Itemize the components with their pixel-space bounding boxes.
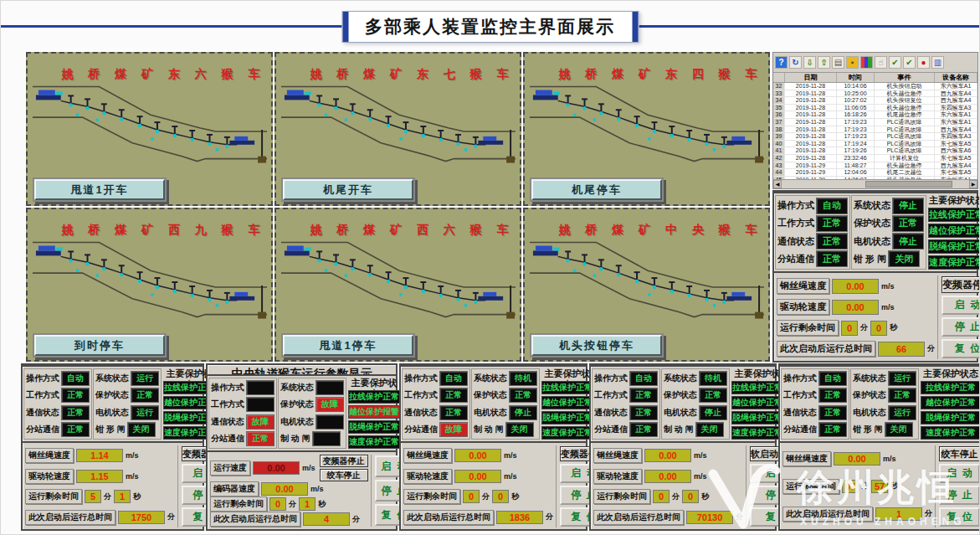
status-label: 操作方式 xyxy=(404,373,438,384)
param-status-column: 操作方式自动工作方式正常通信状态正常分站通信正常 xyxy=(23,368,92,440)
total-time-value: 1 xyxy=(875,507,922,521)
table-row[interactable]: 412019-11-2817:19:26PLC通讯故障西六猴车A6 xyxy=(773,147,977,155)
param-readouts: 钢丝绳速度1.14m/s驱动轮速度1.15m/s运行剩余时间5分1秒此次启动后运… xyxy=(25,445,175,527)
track-control-button[interactable]: 甩道1停车 xyxy=(283,335,413,356)
speed-label: 钢丝绳速度 xyxy=(777,278,829,294)
track-control-button[interactable]: 甩道1开车 xyxy=(34,179,165,200)
status-value: 运行 xyxy=(888,405,916,420)
status-label: 操作方式 xyxy=(594,373,628,384)
status-value: 正常 xyxy=(246,431,275,446)
table-row[interactable]: 432019-11-2911:48:27机头越位急停西九猴车A4 xyxy=(773,162,977,170)
table-cell-no: 32 xyxy=(773,83,785,90)
scroll-thumb[interactable] xyxy=(865,181,952,188)
speed-row: 驱动轮速度0.00m/s xyxy=(593,469,743,484)
remaining-minutes: 5 xyxy=(85,490,101,503)
table-row[interactable]: 342019-11-2810:27:02机头按钮复位西九猴车A4 xyxy=(773,97,977,105)
seconds-unit: 秒 xyxy=(318,499,326,510)
table-cell-event: 机头越位急停 xyxy=(875,162,935,169)
confirm-icon[interactable]: ✔ xyxy=(889,56,901,69)
copy-icon[interactable]: ▤ xyxy=(832,56,844,69)
lock-icon[interactable]: ▪ xyxy=(846,56,859,69)
table-cell-event: PLC通讯故障 xyxy=(875,119,935,126)
track-panel-title: 姚 桥 煤 矿 西 九 猴 车 xyxy=(61,223,266,238)
param-bottom-area: 钢丝绳速度0.00m/s驱动轮速度0.00m/s运行剩余时间0分0秒此次启动后运… xyxy=(401,443,586,530)
track-control-button[interactable]: 到时停车 xyxy=(34,335,165,356)
event-log-hscrollbar[interactable]: ◀ ▶ xyxy=(773,179,977,188)
track-control-button[interactable]: 机尾停车 xyxy=(531,179,662,200)
total-time-unit: 分 xyxy=(925,508,932,519)
import-icon[interactable]: ⇩ xyxy=(803,56,816,69)
table-cell-date: 2019-11-28 xyxy=(785,105,837,111)
drive-state-button[interactable]: 变频器停止 xyxy=(320,455,368,467)
remaining-seconds: 0 xyxy=(870,321,887,336)
table-row[interactable]: 422019-11-2823:32:46计算机复位东七猴车A5 xyxy=(773,155,977,162)
total-time-label: 此次启动后运行总时间 xyxy=(777,341,875,357)
total-time-label: 此次启动后运行总时间 xyxy=(403,510,494,525)
status-label: 制 动 闸 xyxy=(664,424,694,435)
title-accent-bar-right xyxy=(632,12,638,42)
protection-status: 越位保护正常 xyxy=(928,224,980,238)
reset-button[interactable]: 复 位 xyxy=(942,339,980,358)
stop-button[interactable]: 停 止 xyxy=(939,486,980,505)
table-row[interactable]: 442019-11-2912:04:06机尾二次越位东七猴车A5 xyxy=(773,169,977,177)
table-cell-time: 12:04:06 xyxy=(837,169,875,176)
status-label: 保护状态 xyxy=(854,217,890,229)
help-icon[interactable]: ? xyxy=(775,56,788,69)
status-row: 操作方式 xyxy=(211,380,275,395)
estop-icon[interactable]: ● xyxy=(917,56,930,69)
param-status-column: 操作方式自动工作方式正常通信状态正常分站通信故障 xyxy=(402,368,470,440)
chart-icon[interactable] xyxy=(860,56,873,69)
table-row[interactable]: 372019-11-2817:19:23PLC通讯故障东六猴车A1 xyxy=(773,119,977,126)
table-row[interactable]: 402019-11-2817:19:24PLC通讯故障东七猴车A5 xyxy=(773,141,977,148)
param-bottom-area: 钢丝绳速度1.14m/s驱动轮速度1.15m/s运行剩余时间5分1秒此次启动后运… xyxy=(23,443,203,530)
table-cell-no: 42 xyxy=(773,155,785,162)
table-row[interactable]: 392019-11-2817:19:23PLC通讯故障东四猴车A3 xyxy=(773,133,977,141)
total-time-row: 此次启动后运行总时间4分 xyxy=(210,512,368,527)
param-status-column: 系统状态待机保护状态正常电机状态停止制 动 闸关闭 xyxy=(471,368,540,440)
hand-icon[interactable]: ☝ xyxy=(875,56,887,69)
remaining-time-label: 运行剩余时间 xyxy=(782,479,839,494)
remaining-seconds: 0 xyxy=(492,490,509,503)
table-row[interactable]: 352019-11-2811:06:05机头越位急停东四猴车A3 xyxy=(773,105,977,112)
scroll-right-icon[interactable]: ▶ xyxy=(969,180,977,188)
scroll-left-icon[interactable]: ◀ xyxy=(773,180,782,188)
table-cell-event: 机头按钮复位 xyxy=(875,97,935,104)
track-panel: 姚 桥 煤 矿 西 九 猴 车到时停车 xyxy=(26,208,273,362)
status-row: 电机状态运行 xyxy=(95,405,159,420)
track-control-button[interactable]: 机头按钮停车 xyxy=(531,335,662,356)
speed-unit: m/s xyxy=(881,303,895,311)
status-value: 正常 xyxy=(629,422,658,437)
status-value: 正常 xyxy=(439,405,468,420)
drive-state-button[interactable]: 变频器停止 xyxy=(942,276,980,293)
stop-button[interactable]: 停 止 xyxy=(942,317,980,337)
param-readouts: 钢丝绳速度0.00m/s驱动轮速度0.00m/s运行剩余时间0分0秒此次启动后运… xyxy=(593,445,743,527)
status-value: 运行 xyxy=(888,371,916,386)
remaining-minutes: 07 xyxy=(842,480,859,493)
status-value: 关闭 xyxy=(885,422,913,437)
speed-row: 钢丝绳速度0.00m/s xyxy=(777,278,935,294)
accept-icon[interactable]: ✔ xyxy=(903,56,916,69)
status-value: 正常 xyxy=(816,250,848,267)
export-icon[interactable]: ⇧ xyxy=(818,56,830,69)
table-row[interactable]: 382019-11-2817:19:23PLC通讯故障西九猴车A4 xyxy=(773,126,977,134)
column-header: 设备名称 xyxy=(935,73,977,82)
drive-state-button[interactable]: 绞车停止 xyxy=(320,469,368,481)
start-button[interactable]: 启 动 xyxy=(942,296,980,315)
status-row: 分站通信正常 xyxy=(783,422,847,437)
reset-button[interactable]: 复 位 xyxy=(939,507,980,527)
table-cell-date: 2019-11-28 xyxy=(785,133,837,140)
table-row[interactable]: 332019-11-2810:25:00机头越位急停西九猴车A4 xyxy=(773,90,977,98)
table-row[interactable]: 322019-11-2810:14:06机头按钮启动东六猴车A1 xyxy=(773,83,977,90)
track-control-button[interactable]: 机尾开车 xyxy=(283,179,413,200)
drive-state-button[interactable]: 绞车停止 xyxy=(939,446,980,461)
total-time-value: 1836 xyxy=(496,511,543,524)
refresh-icon[interactable]: ↻ xyxy=(789,56,802,69)
table-cell-device: 西九猴车A4 xyxy=(935,90,977,97)
protection-column: 主要保护状态拉线保护正常越位保护正常脱绳保护正常速度保护正常 xyxy=(541,368,594,440)
protection-status: 越位保护报警 xyxy=(348,405,400,419)
remaining-time-label: 运行剩余时间 xyxy=(593,489,650,504)
table-row[interactable]: 362019-11-2816:18:26机尾越位急停东六猴车A1 xyxy=(773,111,977,119)
start-button[interactable]: 启 动 xyxy=(939,464,980,483)
param-panel: 东六猴车运行参数显示操作方式自动工作方式正常通信状态正常分站通信正常系统状态运行… xyxy=(21,363,204,531)
report-icon[interactable]: ▥ xyxy=(931,56,944,69)
